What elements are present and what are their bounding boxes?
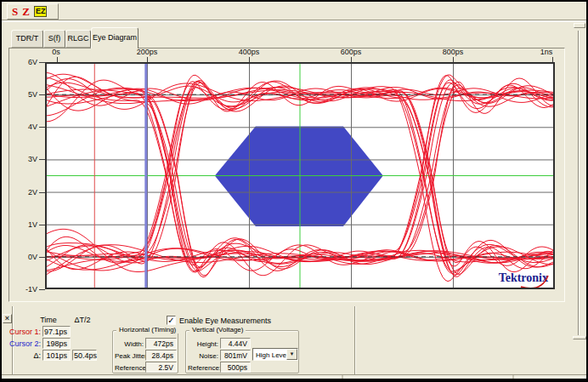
y-tick-label: 2V [14, 188, 37, 197]
y-tick-mark [39, 289, 45, 290]
splitter-grip-icon[interactable] [574, 23, 585, 28]
panel-right-divider [354, 306, 356, 374]
height-label: Height: [188, 340, 218, 348]
ez-logo-icon[interactable]: EZ [34, 6, 48, 17]
x-tick-label: 400ps [228, 48, 270, 56]
eye-mask-polygon[interactable] [215, 127, 383, 227]
width-label: Width: [115, 340, 144, 348]
x-tick-label: 0s [35, 48, 77, 56]
horizontal-timing-group: Horizontal (Timing) Width: 472ps Peak Ji… [112, 330, 178, 373]
y-tick-label: 1V [14, 220, 37, 229]
x-tick-label: 600ps [330, 48, 372, 56]
noise-level-dropdown-value: High Level [256, 351, 288, 359]
y-tick-mark [39, 257, 45, 258]
time-column-header: Time [34, 316, 63, 324]
vertical-splitter[interactable] [578, 31, 580, 335]
y-tick-mark [39, 159, 45, 160]
close-panel-button[interactable]: × [3, 314, 12, 323]
app-window: S Z EZ TDR/T S(f) RLGC Eye Diagram 0s200… [0, 0, 588, 382]
cursor-1-time-field[interactable]: 97.1ps [42, 326, 71, 337]
y-tick-mark [39, 62, 45, 63]
splitter-end-grip-icon[interactable] [573, 336, 586, 339]
status-bar-divider [512, 375, 514, 379]
y-tick-label: 0V [14, 253, 37, 261]
voltage-reference-field[interactable]: 500ps [220, 362, 251, 373]
tab-tdr-t[interactable]: TDR/T [11, 30, 43, 48]
cursor-2-label: Cursor 2: [5, 339, 41, 348]
status-bar [2, 374, 586, 379]
delta-t-half-column-header: ΔT/2 [68, 316, 97, 324]
tab-eye-diagram[interactable]: Eye Diagram [91, 27, 139, 48]
timing-reference-field[interactable]: 2.5V [145, 362, 177, 373]
y-tick-mark [39, 127, 45, 128]
noise-label: Noise: [188, 352, 218, 360]
check-icon: ✓ [167, 316, 174, 325]
enable-eye-measurements-label: Enable Eye Measurements [179, 316, 271, 325]
y-tick-mark [39, 225, 45, 225]
y-tick-label: -1V [14, 285, 37, 294]
cursor-2-time-field[interactable]: 198ps [42, 338, 71, 349]
x-tick-label: 1ns [525, 48, 568, 56]
y-tick-label: 5V [14, 90, 37, 99]
s-parameter-logo-icon[interactable]: S [12, 6, 18, 17]
peak-jitter-field[interactable]: 28.4ps [145, 350, 177, 361]
vertical-voltage-group-title: Vertical (Voltage) [189, 326, 246, 334]
peak-jitter-label: Peak Jitter: [115, 352, 144, 360]
toolbar-logo-group: S Z EZ [7, 3, 59, 20]
toolbar-separator [2, 20, 586, 22]
status-bar-divider [342, 375, 343, 379]
y-tick-mark [39, 94, 45, 95]
horizontal-timing-group-title: Horizontal (Timing) [116, 326, 178, 334]
tab-s-f[interactable]: S(f) [43, 30, 65, 48]
delta-t-half-field[interactable]: 50.4ps [72, 350, 97, 361]
noise-level-dropdown[interactable]: High Level ▼ [252, 348, 298, 361]
cursor-1-label: Cursor 1: [5, 328, 41, 336]
eye-diagram-plot[interactable]: Tektronix [45, 62, 555, 289]
enable-eye-measurements-checkbox[interactable]: ✓ [167, 316, 176, 325]
voltage-reference-label: Reference: [188, 364, 218, 372]
chevron-down-icon[interactable]: ▼ [286, 349, 297, 360]
eye-height-field[interactable]: 4.44V [220, 338, 251, 349]
eye-width-field[interactable]: 472ps [145, 338, 177, 349]
y-tick-label: 6V [14, 58, 37, 66]
tab-rlgc[interactable]: RLGC [65, 30, 91, 48]
noise-field[interactable]: 801mV [220, 350, 251, 361]
delta-time-field[interactable]: 101ps [42, 350, 71, 361]
timing-reference-label: Reference: [115, 364, 144, 372]
tektronix-logo: Tektronix [499, 271, 548, 284]
x-tick-label: 200ps [126, 48, 168, 56]
y-tick-label: 3V [14, 155, 37, 163]
y-tick-label: 4V [14, 123, 37, 131]
z-line-logo-icon[interactable]: Z [22, 6, 30, 17]
y-tick-mark [39, 192, 45, 193]
delta-label: Δ: [5, 351, 41, 360]
x-tick-label: 800ps [432, 48, 474, 56]
